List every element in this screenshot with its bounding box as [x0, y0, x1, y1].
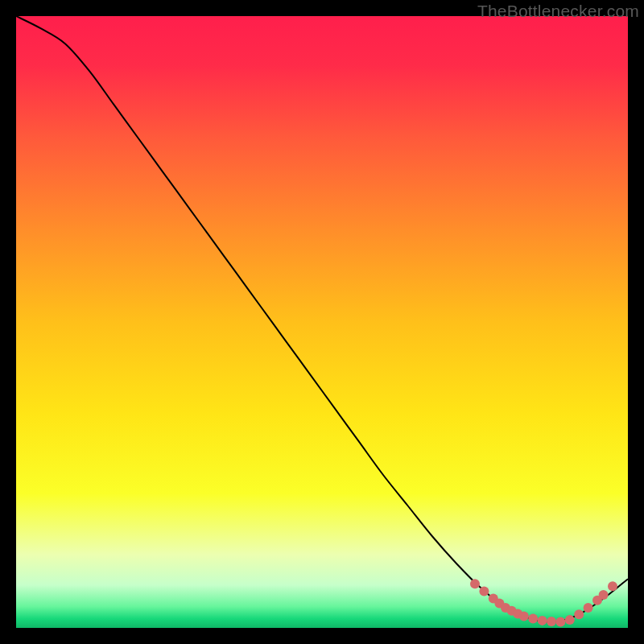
- plot-area: [16, 16, 628, 628]
- watermark-text: TheBottlenecker.com: [477, 2, 639, 21]
- svg-rect-0: [16, 16, 628, 628]
- chart-stage: TheBottlenecker.com: [0, 0, 644, 644]
- heat-gradient: [16, 16, 628, 628]
